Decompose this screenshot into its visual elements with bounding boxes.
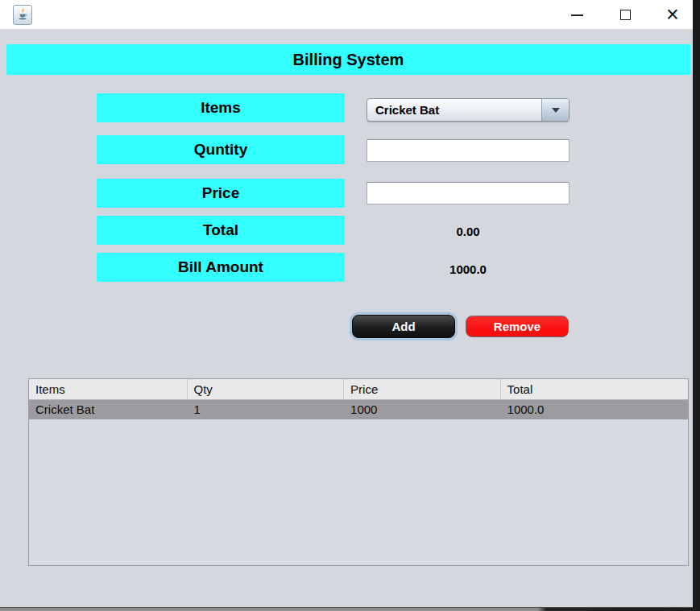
total-value: 0.00 xyxy=(367,225,570,239)
column-header-total[interactable]: Total xyxy=(501,379,688,399)
close-button[interactable]: × xyxy=(659,2,686,27)
items-label: Items xyxy=(97,93,345,122)
maximize-icon xyxy=(620,10,631,20)
remove-button[interactable]: Remove xyxy=(466,316,569,337)
column-header-price[interactable]: Price xyxy=(344,379,501,399)
cell-items: Cricket Bat xyxy=(29,400,188,419)
desktop-bottom-edge xyxy=(0,607,693,611)
bill-amount-value: 1000.0 xyxy=(367,262,570,277)
page-title: Billing System xyxy=(6,44,690,75)
close-icon: × xyxy=(666,2,679,27)
minimize-icon xyxy=(571,14,583,16)
cell-price: 1000 xyxy=(344,400,501,419)
items-select[interactable]: Cricket Bat xyxy=(367,98,570,122)
chevron-down-icon xyxy=(552,108,560,113)
price-label: Price xyxy=(97,179,345,208)
cell-total: 1000.0 xyxy=(501,400,688,419)
items-select-value: Cricket Bat xyxy=(375,99,439,121)
column-header-qty[interactable]: Qty xyxy=(188,379,345,399)
add-button[interactable]: Add xyxy=(352,315,455,338)
table-row-selected[interactable]: Cricket Bat 1 1000 1000.0 xyxy=(29,400,688,419)
quantity-label: Quntity xyxy=(97,135,345,164)
total-label: Total xyxy=(97,216,345,245)
quantity-input[interactable] xyxy=(367,139,570,162)
maximize-button[interactable] xyxy=(611,2,639,27)
app-window: × Billing System Items Quntity Price Tot… xyxy=(0,0,693,607)
bill-amount-label: Bill Amount xyxy=(97,253,345,282)
column-header-items[interactable]: Items xyxy=(29,379,188,399)
items-table: Items Qty Price Total Cricket Bat 1 1000… xyxy=(28,378,689,566)
desktop: × Billing System Items Quntity Price Tot… xyxy=(0,0,700,611)
price-input[interactable] xyxy=(367,182,570,204)
desktop-right-edge xyxy=(693,0,700,611)
minimize-button[interactable] xyxy=(563,2,590,27)
cell-qty: 1 xyxy=(188,400,345,419)
combo-arrow-button[interactable] xyxy=(541,99,569,121)
table-header-row: Items Qty Price Total xyxy=(29,379,688,400)
titlebar: × xyxy=(0,0,693,30)
system-menu-button[interactable] xyxy=(13,5,32,25)
java-coffee-cup-icon xyxy=(16,8,29,22)
